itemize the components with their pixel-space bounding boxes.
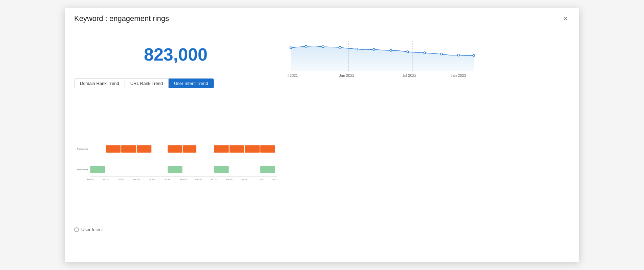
trans-bar-jul: [260, 145, 275, 153]
intent-chart-svg: Transactional Informational: [74, 93, 277, 222]
divider: [65, 75, 287, 75]
mini-dot-12: [473, 54, 475, 57]
info-bar-jan: [168, 166, 182, 173]
y-label-informational: Informational: [77, 168, 88, 171]
legend-row: User Intent: [74, 223, 277, 234]
close-button[interactable]: ×: [561, 14, 570, 23]
legend-label: User Intent: [81, 227, 103, 232]
modal-header: Keyword : engagement rings ×: [65, 8, 579, 28]
mini-x-jul21: Jul 2021: [287, 73, 298, 77]
info-bar-aug2: [260, 166, 275, 173]
x-label-may23: May,2023: [226, 179, 233, 180]
modal-title: Keyword : engagement rings: [74, 14, 169, 23]
right-panel: Jul 2021 Jan 2022 Jul 2022 Jan 2023: [277, 34, 570, 234]
trans-bar-nov: [137, 145, 151, 153]
mini-dot-5: [356, 48, 358, 50]
x-label-aug22: Aug,2022: [87, 179, 94, 180]
mini-dot-8: [407, 51, 409, 53]
x-label-apr23: Apr,2023: [211, 179, 217, 180]
x-label-mar23: Mar,2023: [195, 179, 202, 180]
mini-dot-1: [290, 47, 292, 49]
mini-dot-4: [339, 46, 341, 48]
intent-chart-area: Transactional Informational: [74, 93, 277, 223]
left-panel: 823,000 Domain Rank Trend URL Rank Trend…: [74, 34, 277, 234]
x-label-oct22: Oct,2022: [118, 179, 125, 180]
trans-bar-jan: [168, 145, 182, 153]
x-label-sep22: Sep,2022: [102, 179, 109, 180]
x-label-jul23: Jul,2023: [257, 179, 263, 180]
x-label-aug23: Aug,2023: [272, 179, 277, 180]
mini-dot-3: [322, 46, 324, 48]
x-label-jan23: Jan,2023: [164, 179, 171, 180]
tab-url-rank-trend[interactable]: URL Rank Trend: [125, 78, 169, 88]
mini-x-jan23: Jan 2023: [451, 73, 466, 77]
volume-section: 823,000: [74, 34, 277, 75]
y-label-transactional: Transactional: [77, 148, 88, 150]
x-label-dec22: Dec,2022: [149, 179, 156, 180]
tab-domain-rank-trend[interactable]: Domain Rank Trend: [74, 78, 125, 88]
mini-dot-10: [441, 53, 443, 55]
mini-dot-9: [424, 52, 426, 54]
trans-bar-sep: [106, 145, 120, 153]
mini-dot-2: [305, 45, 307, 47]
tab-user-intent-trend[interactable]: User Intent Trend: [169, 78, 214, 88]
legend-icon: [74, 227, 79, 232]
modal-body: 823,000 Domain Rank Trend URL Rank Trend…: [65, 28, 579, 234]
x-label-jun23: Jun,2023: [242, 179, 249, 180]
mini-dot-6: [373, 48, 375, 50]
info-bar-apr: [214, 166, 229, 173]
trans-bar-jun: [245, 145, 259, 153]
mini-x-jul22: Jul 2022: [402, 73, 416, 77]
trans-bar-apr: [214, 145, 229, 153]
tabs-section: Domain Rank Trend URL Rank Trend User In…: [74, 78, 277, 88]
x-label-feb23: Feb,2023: [180, 179, 187, 180]
mini-x-jan22: Jan 2022: [339, 73, 354, 77]
mini-dot-11: [457, 54, 459, 56]
info-bar-aug: [90, 166, 105, 173]
mini-chart-svg: Jul 2021 Jan 2022 Jul 2022 Jan 2023: [287, 34, 477, 78]
mini-dot-7: [390, 49, 392, 51]
x-label-nov22: Nov,2022: [133, 179, 140, 180]
trans-bar-feb: [183, 145, 196, 153]
trans-bar-may: [230, 145, 244, 153]
volume-number: 823,000: [144, 44, 208, 65]
keyword-modal: Keyword : engagement rings × 823,000 Dom…: [65, 8, 579, 262]
trans-bar-oct: [121, 145, 136, 153]
trend-mini-chart: Jul 2021 Jan 2022 Jul 2022 Jan 2023: [287, 34, 570, 71]
